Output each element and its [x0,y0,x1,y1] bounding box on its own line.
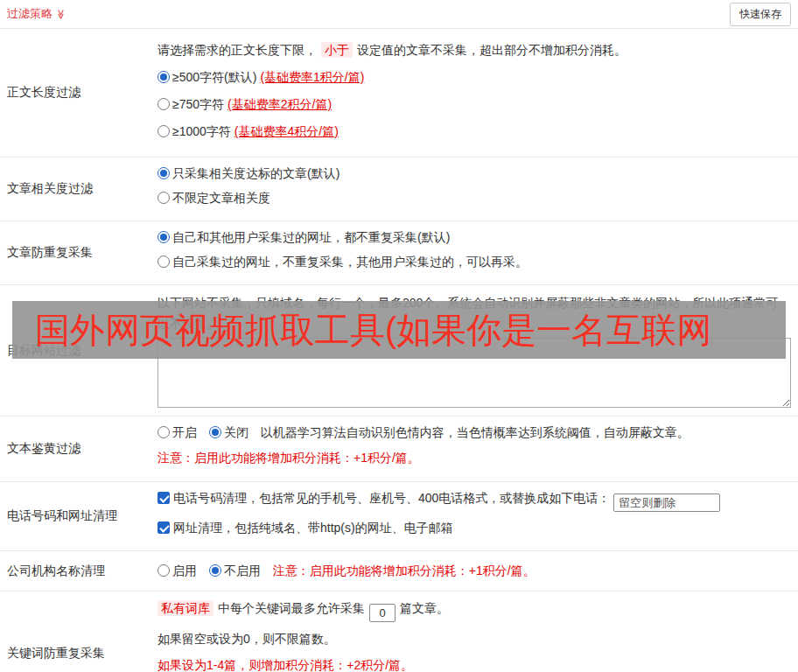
radio-selected-icon[interactable] [209,426,221,438]
radio-icon[interactable] [158,256,170,268]
option-text: 网址清理，包括纯域名、带http(s)的网址、电子邮箱 [173,521,453,535]
length-option-750[interactable]: ≥750字符(基础费率2积分/篇) [158,95,791,113]
row-dedupe-collection: 文章防重复采集 自己和其他用户采集过的网址，都不重复采集(默认) 自己采集过的网… [0,221,798,285]
option-text: 电话号码清理，包括常见的手机号、座机号、400电话格式，或替换成如下电话： [173,491,610,505]
porn-option-off[interactable]: 关闭 [209,425,248,439]
porn-filter-options: 开启 关闭 以机器学习算法自动识别色情内容，当色情概率达到系统阈值，自动屏蔽文章… [158,424,791,441]
row-label: 关键词防重复采集 [0,592,152,672]
limit-text-mid: 中每个关键词最多允许采集 [218,601,365,615]
intro-text-post: 设定值的文章不采集，超出部分不增加积分消耗。 [357,43,626,57]
radio-icon[interactable] [158,564,170,577]
radio-icon[interactable] [158,426,170,438]
dedupe-option-all-users[interactable]: 自己和其他用户采集过的网址，都不重复采集(默认) [158,228,791,246]
porn-filter-desc: 以机器学习算法自动识别色情内容，当色情概率达到系统阈值，自动屏蔽文章。 [261,425,690,439]
row-content: 只采集相关度达标的文章(默认) 不限定文章相关度 [152,158,798,220]
radio-selected-icon[interactable] [158,167,170,179]
row-label: 文章防重复采集 [0,221,152,284]
option-text: 开启 [172,425,197,439]
row-label: 文章相关度过滤 [0,158,152,220]
row-content: 私有词库中每个关键词最多允许采集篇文章。 如果留空或设为0，则不限篇数。 如果设… [152,592,798,672]
page-header: 过滤策略 ≫ 快速保存 [0,0,798,29]
radio-icon[interactable] [158,192,170,204]
option-text: 启用 [172,564,197,578]
radio-selected-icon[interactable] [158,231,170,243]
radio-selected-icon[interactable] [209,564,221,577]
option-fee-note: (基础费率4积分/篇) [234,124,339,138]
keyword-note-zero: 如果留空或设为0，则不限篇数。 [158,629,791,648]
company-cleanup-options: 启用 不启用 注意：启用此功能将增加积分消耗：+1积分/篇。 [158,562,791,579]
radio-icon[interactable] [158,125,170,137]
option-text: 不启用 [224,564,261,578]
row-label: 公司机构名称清理 [0,551,152,591]
row-content: 启用 不启用 注意：启用此功能将增加积分消耗：+1积分/篇。 [152,551,798,591]
row-content: 电话号码清理，包括常见的手机号、座机号、400电话格式，或替换成如下电话： 网址… [152,482,798,550]
relevance-option-strict[interactable]: 只采集相关度达标的文章(默认) [158,164,791,182]
row-content: 开启 关闭 以机器学习算法自动识别色情内容，当色情概率达到系统阈值，自动屏蔽文章… [152,416,798,481]
overlay-ad-text: 国外网页视频抓取工具(如果你是一名互联网 [35,306,711,354]
filter-strategy-page: 过滤策略 ≫ 快速保存 正文长度过滤 请选择需求的正文长度下限，小于设定值的文章… [0,0,798,672]
length-option-500[interactable]: ≥500字符(默认)(基础费率1积分/篇) [158,68,791,86]
row-company-name-cleanup: 公司机构名称清理 启用 不启用 注意：启用此功能将增加积分消耗：+1积分/篇。 [0,551,798,592]
option-text: ≥1000字符 [172,124,231,138]
checkbox-checked-icon[interactable] [158,492,170,504]
less-than-chip: 小于 [321,42,353,58]
checkbox-checked-icon[interactable] [158,522,170,534]
length-option-1000[interactable]: ≥1000字符(基础费率4积分/篇) [158,122,791,140]
row-content: 请选择需求的正文长度下限，小于设定值的文章不采集，超出部分不增加积分消耗。 ≥5… [152,29,798,157]
option-text: 自己和其他用户采集过的网址，都不重复采集(默认) [172,230,450,244]
intro-text-pre: 请选择需求的正文长度下限， [158,43,317,57]
page-title[interactable]: 过滤策略 ≫ [7,6,66,22]
company-option-enable[interactable]: 启用 [158,564,197,578]
option-fee-note: (基础费率1积分/篇) [260,70,364,84]
company-option-disable[interactable]: 不启用 [209,564,261,578]
option-text: ≥750字符 [172,97,224,111]
company-cost-note: 注意：启用此功能将增加积分消耗：+1积分/篇。 [273,564,536,578]
keyword-limit-line: 私有词库中每个关键词最多允许采集篇文章。 [158,598,791,622]
row-label: 正文长度过滤 [0,29,152,157]
radio-selected-icon[interactable] [158,71,170,83]
option-text: 自己采集过的网址，不重复采集，其他用户采集过的，可以再采。 [172,255,528,269]
dedupe-option-self-only[interactable]: 自己采集过的网址，不重复采集，其他用户采集过的，可以再采。 [158,253,791,270]
quick-save-button[interactable]: 快速保存 [730,3,791,26]
url-cleanup-option[interactable]: 网址清理，包括纯域名、带http(s)的网址、电子邮箱 [158,519,791,536]
keyword-note-cost: 如果设为1-4篇，则增加积分消耗：+2积分/篇。 [158,655,791,672]
limit-text-post: 篇文章。 [400,601,449,615]
replacement-phone-input[interactable] [613,494,720,512]
page-title-text: 过滤策略 [7,6,52,22]
option-text: 不限定文章相关度 [172,191,270,205]
radio-icon[interactable] [158,98,170,110]
row-relevance-filter: 文章相关度过滤 只采集相关度达标的文章(默认) 不限定文章相关度 [0,158,798,221]
option-text: 关闭 [224,425,248,439]
max-collect-count-input[interactable] [369,604,396,622]
row-phone-url-cleanup: 电话号码和网址清理 电话号码清理，包括常见的手机号、座机号、400电话格式，或替… [0,482,798,551]
body-length-intro: 请选择需求的正文长度下限，小于设定值的文章不采集，超出部分不增加积分消耗。 [158,41,791,59]
porn-filter-cost-note: 注意：启用此功能将增加积分消耗：+1积分/篇。 [158,449,791,466]
private-lexicon-chip: 私有词库 [158,600,214,616]
collapse-chevron-icon: ≫ [55,9,66,19]
row-content: 自己和其他用户采集过的网址，都不重复采集(默认) 自己采集过的网址，不重复采集，… [152,221,798,284]
overlay-ad-banner: 国外网页视频抓取工具(如果你是一名互联网 [12,301,786,359]
row-label: 电话号码和网址清理 [0,482,152,550]
row-label: 文本鉴黄过滤 [0,416,152,481]
row-keyword-dedupe: 关键词防重复采集 私有词库中每个关键词最多允许采集篇文章。 如果留空或设为0，则… [0,592,798,672]
option-fee-note: (基础费率2积分/篇) [228,97,332,111]
option-text: 只采集相关度达标的文章(默认) [172,166,340,180]
row-body-length-filter: 正文长度过滤 请选择需求的正文长度下限，小于设定值的文章不采集，超出部分不增加积… [0,29,798,158]
row-porn-filter: 文本鉴黄过滤 开启 关闭 以机器学习算法自动识别色情内容，当色情概率达到系统阈值… [0,416,798,482]
option-text: ≥500字符(默认) [172,70,256,84]
relevance-option-any[interactable]: 不限定文章相关度 [158,189,791,206]
phone-cleanup-option[interactable]: 电话号码清理，包括常见的手机号、座机号、400电话格式，或替换成如下电话： [158,489,791,512]
porn-option-on[interactable]: 开启 [158,425,197,439]
